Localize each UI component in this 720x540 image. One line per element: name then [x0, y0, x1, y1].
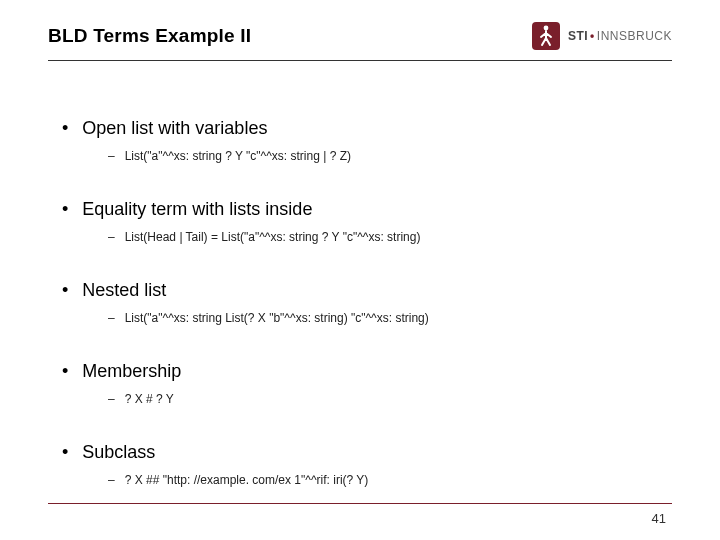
- bullet-sub: – List(Head | Tail) = List("a"^^xs: stri…: [108, 230, 664, 244]
- list-item: • Equality term with lists inside – List…: [62, 199, 664, 244]
- logo-dot-icon: •: [588, 29, 597, 43]
- dash-icon: –: [108, 230, 115, 244]
- bullet-sub: – List("a"^^xs: string List(? X "b"^^xs:…: [108, 311, 664, 325]
- logo: STI•INNSBRUCK: [532, 22, 672, 50]
- sub-text: ? X ## "http: //example. com/ex 1"^^rif:…: [125, 473, 369, 487]
- divider-top: [48, 60, 672, 61]
- sub-text: List("a"^^xs: string ? Y "c"^^xs: string…: [125, 149, 351, 163]
- divider-bottom: [48, 503, 672, 504]
- slide: BLD Terms Example II STI•INNSBRUCK • Ope…: [0, 0, 720, 540]
- dash-icon: –: [108, 149, 115, 163]
- bullet-heading: • Membership: [62, 361, 664, 382]
- bullet-icon: •: [62, 119, 68, 137]
- bullet-heading: • Equality term with lists inside: [62, 199, 664, 220]
- bullet-icon: •: [62, 281, 68, 299]
- logo-mark-icon: [532, 22, 560, 50]
- heading-text: Open list with variables: [82, 118, 267, 139]
- bullet-icon: •: [62, 362, 68, 380]
- bullet-icon: •: [62, 443, 68, 461]
- logo-suffix: INNSBRUCK: [597, 29, 672, 43]
- sub-text: ? X # ? Y: [125, 392, 174, 406]
- page-number: 41: [652, 511, 666, 526]
- bullet-sub: – ? X # ? Y: [108, 392, 664, 406]
- dash-icon: –: [108, 473, 115, 487]
- bullet-icon: •: [62, 200, 68, 218]
- heading-text: Equality term with lists inside: [82, 199, 312, 220]
- dash-icon: –: [108, 392, 115, 406]
- heading-text: Nested list: [82, 280, 166, 301]
- sub-text: List("a"^^xs: string List(? X "b"^^xs: s…: [125, 311, 429, 325]
- list-item: • Membership – ? X # ? Y: [62, 361, 664, 406]
- page-title: BLD Terms Example II: [48, 25, 251, 47]
- header: BLD Terms Example II STI•INNSBRUCK: [48, 22, 672, 50]
- bullet-heading: • Open list with variables: [62, 118, 664, 139]
- dash-icon: –: [108, 311, 115, 325]
- logo-text: STI•INNSBRUCK: [568, 29, 672, 43]
- list-item: • Open list with variables – List("a"^^x…: [62, 118, 664, 163]
- svg-point-0: [544, 26, 549, 31]
- logo-brand: STI: [568, 29, 588, 43]
- heading-text: Membership: [82, 361, 181, 382]
- bullet-sub: – ? X ## "http: //example. com/ex 1"^^ri…: [108, 473, 664, 487]
- list-item: • Subclass – ? X ## "http: //example. co…: [62, 442, 664, 487]
- bullet-sub: – List("a"^^xs: string ? Y "c"^^xs: stri…: [108, 149, 664, 163]
- bullet-heading: • Subclass: [62, 442, 664, 463]
- content: • Open list with variables – List("a"^^x…: [62, 118, 664, 523]
- list-item: • Nested list – List("a"^^xs: string Lis…: [62, 280, 664, 325]
- sub-text: List(Head | Tail) = List("a"^^xs: string…: [125, 230, 421, 244]
- bullet-heading: • Nested list: [62, 280, 664, 301]
- heading-text: Subclass: [82, 442, 155, 463]
